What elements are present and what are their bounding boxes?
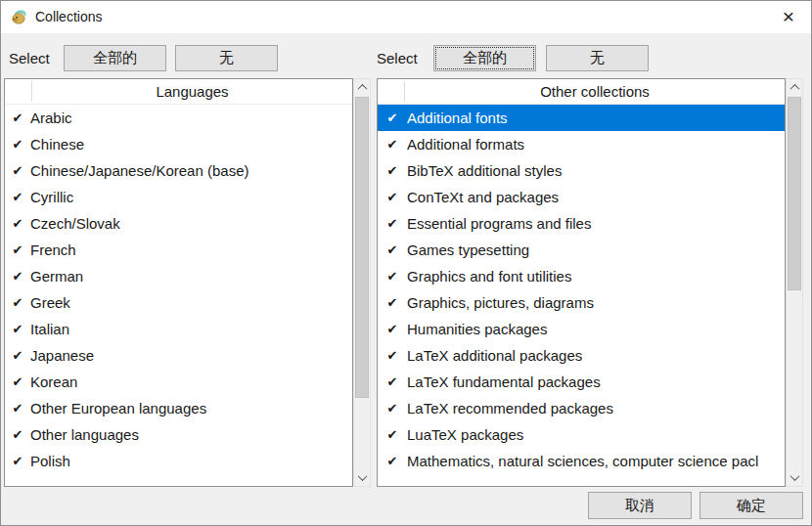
list-item-label: LaTeX fundamental packages (407, 373, 601, 390)
list-item[interactable]: ✔ Italian (5, 316, 352, 342)
check-icon: ✔ (5, 454, 30, 468)
list-item-label: Japanese (30, 347, 94, 364)
check-icon: ✔ (5, 163, 30, 178)
list-item[interactable]: ✔ Japanese (5, 342, 352, 369)
select-label-left: Select (9, 45, 50, 71)
scrollbar-thumb[interactable] (355, 97, 369, 398)
check-icon: ✔ (5, 322, 30, 336)
languages-rows: ✔ Arabic ✔ Chinese ✔ Chinese/Japanese/Ko… (5, 105, 352, 474)
check-icon: ✔ (378, 110, 407, 125)
list-item[interactable]: ✔ Czech/Slovak (5, 210, 352, 237)
check-icon: ✔ (5, 401, 30, 416)
list-item-label: Other European languages (30, 400, 206, 416)
list-item[interactable]: ✔ Other languages (5, 421, 352, 448)
check-icon: ✔ (378, 137, 407, 152)
check-icon: ✔ (378, 295, 407, 310)
title-bar: Collections × (1, 1, 811, 33)
check-icon: ✔ (5, 216, 30, 231)
list-item-label: Czech/Slovak (30, 215, 120, 232)
list-item[interactable]: ✔ BibTeX additional styles (378, 157, 785, 184)
list-item[interactable]: ✔ Graphics, pictures, diagrams (378, 289, 785, 316)
check-icon: ✔ (5, 269, 30, 284)
other-collections-rows: ✔ Additional fonts ✔ Additional formats … (378, 105, 785, 474)
select-all-button-left[interactable]: 全部的 (64, 45, 166, 71)
list-item[interactable]: ✔ French (5, 237, 352, 263)
list-item[interactable]: ✔ Chinese/Japanese/Korean (base) (5, 157, 352, 184)
list-item-label: Graphics and font utilities (407, 268, 571, 285)
list-item[interactable]: ✔ LaTeX fundamental packages (378, 369, 785, 395)
other-collections-list: Other collections ✔ Additional fonts ✔ A… (377, 78, 786, 487)
select-none-button-right[interactable]: 无 (546, 45, 649, 71)
languages-scrollbar[interactable] (353, 78, 371, 487)
list-item-label: French (30, 241, 76, 258)
list-item-label: Additional formats (407, 136, 524, 153)
languages-column-header[interactable]: Languages (5, 79, 352, 105)
select-label-right: Select (377, 45, 418, 71)
check-icon: ✔ (378, 216, 407, 231)
select-all-button-right[interactable]: 全部的 (433, 45, 536, 71)
list-item[interactable]: ✔ Graphics and font utilities (378, 263, 785, 289)
list-item-label: Mathematics, natural sciences, computer … (407, 453, 758, 469)
check-icon: ✔ (5, 427, 30, 442)
check-icon: ✔ (378, 348, 407, 363)
list-item[interactable]: ✔ Chinese (5, 131, 352, 157)
texlive-lion-icon (11, 9, 27, 25)
list-item[interactable]: ✔ ConTeXt and packages (378, 184, 785, 210)
list-item[interactable]: ✔ Greek (5, 289, 352, 316)
list-item[interactable]: ✔ Korean (5, 369, 352, 395)
scroll-down-icon[interactable] (787, 469, 802, 486)
list-item-label: Additional fonts (407, 110, 508, 126)
list-item-label: Chinese/Japanese/Korean (base) (30, 162, 248, 179)
check-icon: ✔ (5, 295, 30, 310)
check-icon: ✔ (378, 269, 407, 284)
list-item-label: German (30, 268, 83, 285)
list-item-label: Arabic (30, 110, 72, 126)
list-item[interactable]: ✔ Arabic (5, 105, 352, 131)
check-icon: ✔ (378, 427, 407, 442)
list-item[interactable]: ✔ Additional fonts (378, 105, 785, 131)
scrollbar-thumb[interactable] (788, 97, 801, 290)
ok-button[interactable]: 确定 (699, 492, 803, 519)
check-icon: ✔ (378, 374, 407, 389)
list-item[interactable]: ✔ Other European languages (5, 395, 352, 421)
list-item-label: BibTeX additional styles (407, 162, 562, 179)
scroll-up-icon[interactable] (787, 79, 802, 96)
list-item[interactable]: ✔ LuaTeX packages (378, 421, 785, 448)
list-item[interactable]: ✔ Polish (5, 448, 352, 474)
check-icon: ✔ (5, 137, 30, 152)
check-icon: ✔ (378, 454, 407, 468)
list-item-label: Humanities packages (407, 321, 547, 337)
list-item[interactable]: ✔ Additional formats (378, 131, 785, 157)
list-item-label: Other languages (30, 426, 139, 443)
cancel-button[interactable]: 取消 (588, 492, 692, 519)
list-item[interactable]: ✔ Cyrillic (5, 184, 352, 210)
check-icon: ✔ (378, 401, 407, 416)
check-icon: ✔ (378, 322, 407, 336)
check-icon: ✔ (378, 163, 407, 178)
check-icon: ✔ (5, 348, 30, 363)
scroll-up-icon[interactable] (354, 79, 370, 96)
select-none-button-left[interactable]: 无 (175, 45, 278, 71)
list-item[interactable]: ✔ Mathematics, natural sciences, compute… (378, 448, 785, 474)
close-icon[interactable]: × (766, 1, 811, 32)
list-item[interactable]: ✔ German (5, 263, 352, 289)
check-icon: ✔ (5, 374, 30, 389)
list-item-label: Essential programs and files (407, 215, 591, 232)
list-item[interactable]: ✔ Humanities packages (378, 316, 785, 342)
list-item-label: Cyrillic (30, 189, 73, 205)
list-item[interactable]: ✔ Games typesetting (378, 237, 785, 263)
list-item[interactable]: ✔ Essential programs and files (378, 210, 785, 237)
list-item-label: Chinese (30, 136, 84, 153)
window-title: Collections (35, 1, 102, 33)
list-item-label: Greek (30, 294, 70, 311)
list-item-label: LuaTeX packages (407, 426, 523, 443)
check-icon: ✔ (5, 110, 30, 125)
list-item[interactable]: ✔ LaTeX additional packages (378, 342, 785, 369)
other-collections-scrollbar[interactable] (786, 78, 803, 487)
list-item[interactable]: ✔ LaTeX recommended packages (378, 395, 785, 421)
collections-dialog: Collections × Select 全部的 无 Select 全部的 无 … (0, 0, 812, 526)
check-icon: ✔ (5, 242, 30, 257)
other-collections-column-header[interactable]: Other collections (378, 79, 785, 105)
list-item-label: ConTeXt and packages (407, 189, 559, 205)
scroll-down-icon[interactable] (354, 469, 370, 486)
